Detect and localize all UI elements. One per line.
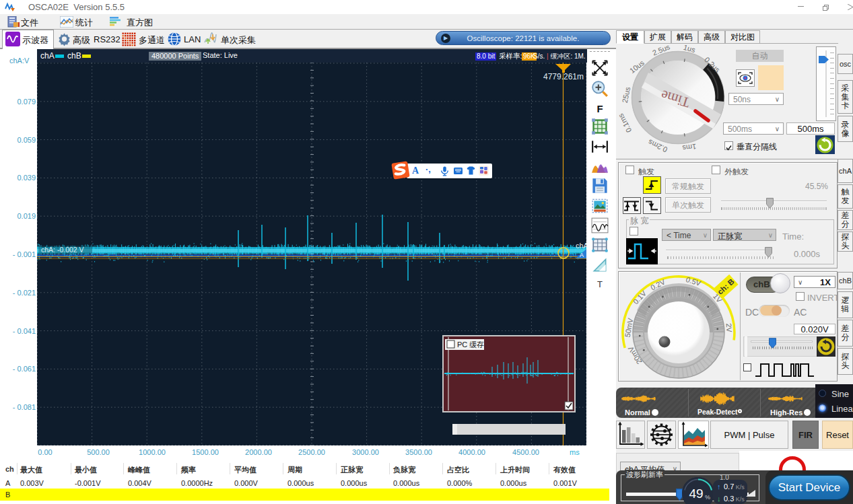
svg-text:A: A [580, 252, 584, 258]
svg-text:PC 缓存: PC 缓存 [457, 340, 484, 349]
svg-text:%: % [705, 494, 710, 501]
svg-text:49: 49 [689, 487, 703, 501]
svg-text:chA: -0.002 V: chA: -0.002 V [41, 246, 84, 254]
svg-text:4779.261m: 4779.261m [543, 72, 584, 81]
svg-text:chA:: chA: [576, 242, 586, 250]
